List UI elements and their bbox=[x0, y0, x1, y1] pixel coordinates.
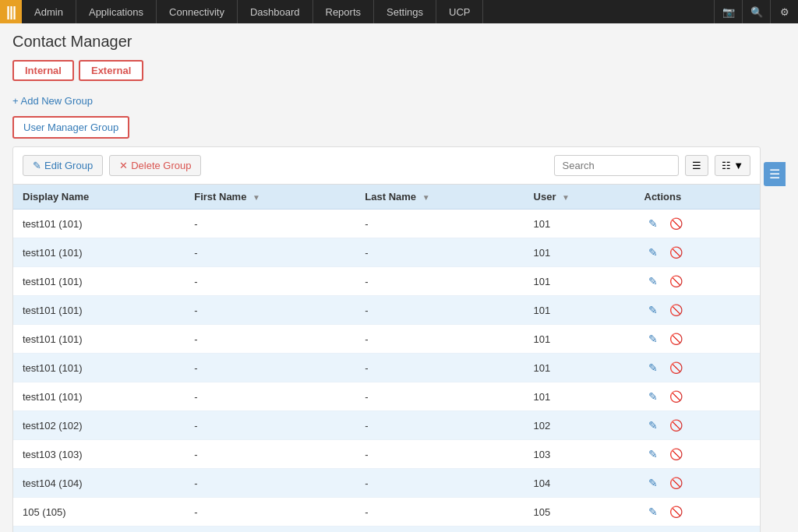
edit-contact-icon[interactable]: ✎ bbox=[644, 215, 662, 232]
cell-display-name: test101 (101) bbox=[13, 382, 185, 411]
cell-first-name: - bbox=[185, 440, 355, 469]
cell-first-name: - bbox=[185, 296, 355, 325]
edit-contact-icon[interactable]: ✎ bbox=[644, 446, 662, 463]
list-view-button[interactable]: ☰ bbox=[685, 155, 708, 176]
delete-group-button[interactable]: ✕ Delete Group bbox=[109, 155, 201, 176]
cell-first-name: - bbox=[185, 325, 355, 354]
nav-connectivity[interactable]: Connectivity bbox=[157, 0, 238, 23]
edit-contact-icon[interactable]: ✎ bbox=[644, 417, 662, 434]
table-row: test101 (101) - - 101 ✎ 🚫 bbox=[13, 325, 760, 354]
cell-first-name: - bbox=[185, 469, 355, 498]
nav-admin[interactable]: Admin bbox=[22, 0, 76, 23]
tab-external[interactable]: External bbox=[79, 60, 143, 81]
block-contact-icon[interactable]: 🚫 bbox=[667, 359, 684, 376]
cell-user: 104 bbox=[524, 469, 635, 498]
cell-actions: ✎ 🚫 bbox=[635, 210, 761, 238]
cell-display-name: test101 (101) bbox=[13, 267, 185, 296]
nav-settings[interactable]: Settings bbox=[374, 0, 436, 23]
cell-user: 101 bbox=[524, 354, 635, 382]
cell-user: 101 bbox=[524, 210, 635, 238]
table-row: test101 (101) - - 101 ✎ 🚫 bbox=[13, 296, 760, 325]
search-icon[interactable]: 🔍 bbox=[742, 0, 770, 23]
edit-contact-icon[interactable]: ✎ bbox=[644, 301, 662, 319]
edit-contact-icon[interactable]: ✎ bbox=[644, 330, 662, 347]
grid-view-button[interactable]: ☷ ▼ bbox=[715, 155, 750, 176]
cell-last-name: - bbox=[355, 382, 524, 411]
page-content: Contact Manager Internal External + Add … bbox=[0, 23, 798, 532]
edit-contact-icon[interactable]: ✎ bbox=[644, 359, 662, 376]
cell-display-name: test103 (103) bbox=[13, 440, 185, 469]
gear-icon[interactable]: ⚙ bbox=[770, 0, 798, 23]
edit-contact-icon[interactable]: ✎ bbox=[644, 388, 662, 405]
table-row: test103 (103) - - 103 ✎ 🚫 bbox=[13, 440, 760, 469]
cell-actions: ✎ 🚫 bbox=[635, 382, 761, 411]
cell-first-name: - bbox=[185, 382, 355, 411]
cell-actions: ✎ 🚫 bbox=[635, 498, 761, 527]
cell-last-name: - bbox=[355, 498, 524, 527]
cell-first-name: - bbox=[185, 411, 355, 440]
block-contact-icon[interactable]: 🚫 bbox=[667, 273, 684, 290]
cell-actions: ✎ 🚫 bbox=[635, 296, 761, 325]
cell-actions: ✎ 🚫 bbox=[635, 527, 761, 533]
table-row: test101 (101) - - 101 ✎ 🚫 bbox=[13, 382, 760, 411]
edit-contact-icon[interactable]: ✎ bbox=[644, 503, 662, 520]
cell-user: 102 bbox=[524, 411, 635, 440]
sort-user-icon[interactable]: ▼ bbox=[562, 193, 570, 202]
nav-actions: 📷 🔍 ⚙ bbox=[714, 0, 798, 23]
cell-first-name: - bbox=[185, 267, 355, 296]
plus-icon: + bbox=[12, 95, 19, 107]
nav-reports[interactable]: Reports bbox=[313, 0, 375, 23]
top-navigation: ||| Admin Applications Connectivity Dash… bbox=[0, 0, 798, 23]
cell-display-name: test101 (101) bbox=[13, 296, 185, 325]
tab-internal[interactable]: Internal bbox=[12, 60, 74, 81]
cell-user: 101 bbox=[524, 382, 635, 411]
nav-ucp[interactable]: UCP bbox=[436, 0, 483, 23]
nav-applications[interactable]: Applications bbox=[76, 0, 157, 23]
cell-last-name: - bbox=[355, 325, 524, 354]
edit-contact-icon[interactable]: ✎ bbox=[644, 273, 662, 290]
block-contact-icon[interactable]: 🚫 bbox=[667, 503, 684, 520]
table-row: test101 (101) - - 101 ✎ 🚫 bbox=[13, 354, 760, 382]
cell-actions: ✎ 🚫 bbox=[635, 469, 761, 498]
right-panel-toggle[interactable]: ☰ bbox=[764, 162, 786, 186]
table-header: Display Name First Name ▼ Last Name ▼ Us… bbox=[13, 185, 760, 210]
block-contact-icon[interactable]: 🚫 bbox=[667, 417, 684, 434]
block-contact-icon[interactable]: 🚫 bbox=[667, 474, 684, 491]
block-contact-icon[interactable]: 🚫 bbox=[667, 388, 684, 405]
delete-icon: ✕ bbox=[119, 160, 128, 171]
table-row: test101 (101) - - 101 ✎ 🚫 bbox=[13, 210, 760, 238]
edit-contact-icon[interactable]: ✎ bbox=[644, 474, 662, 491]
group-section: + Add New Group User Manager Group bbox=[12, 92, 786, 139]
cell-display-name: test101 (101) bbox=[13, 210, 185, 238]
table-toolbar: ✎ Edit Group ✕ Delete Group ☰ ☷ ▼ bbox=[13, 147, 760, 185]
cell-user: 101 bbox=[524, 325, 635, 354]
cell-last-name: - bbox=[355, 440, 524, 469]
contacts-table: Display Name First Name ▼ Last Name ▼ Us… bbox=[13, 185, 760, 532]
nav-dashboard[interactable]: Dashboard bbox=[238, 0, 313, 23]
edit-contact-icon[interactable]: ✎ bbox=[644, 244, 662, 261]
search-input[interactable] bbox=[554, 155, 679, 176]
add-new-group-button[interactable]: + Add New Group bbox=[12, 92, 786, 110]
cell-last-name: - bbox=[355, 411, 524, 440]
block-contact-icon[interactable]: 🚫 bbox=[667, 446, 684, 463]
cell-first-name: - bbox=[185, 238, 355, 267]
cell-last-name: - bbox=[355, 267, 524, 296]
user-manager-group-item[interactable]: User Manager Group bbox=[12, 116, 129, 139]
logo-text: ||| bbox=[6, 4, 16, 20]
block-contact-icon[interactable]: 🚫 bbox=[667, 215, 684, 232]
cell-first-name: - bbox=[185, 210, 355, 238]
cell-display-name: test101 (101) bbox=[13, 238, 185, 267]
sort-first-name-icon[interactable]: ▼ bbox=[252, 193, 260, 202]
cell-user: 106 bbox=[524, 527, 635, 533]
sort-last-name-icon[interactable]: ▼ bbox=[422, 193, 430, 202]
cell-actions: ✎ 🚫 bbox=[635, 238, 761, 267]
block-contact-icon[interactable]: 🚫 bbox=[667, 330, 684, 347]
cell-user: 103 bbox=[524, 440, 635, 469]
block-contact-icon[interactable]: 🚫 bbox=[667, 301, 684, 319]
cell-display-name: test102 (102) bbox=[13, 411, 185, 440]
camera-icon[interactable]: 📷 bbox=[714, 0, 742, 23]
block-contact-icon[interactable]: 🚫 bbox=[667, 244, 684, 261]
edit-group-button[interactable]: ✎ Edit Group bbox=[23, 155, 103, 176]
panel-list-icon: ☰ bbox=[767, 167, 782, 181]
cell-user: 101 bbox=[524, 296, 635, 325]
